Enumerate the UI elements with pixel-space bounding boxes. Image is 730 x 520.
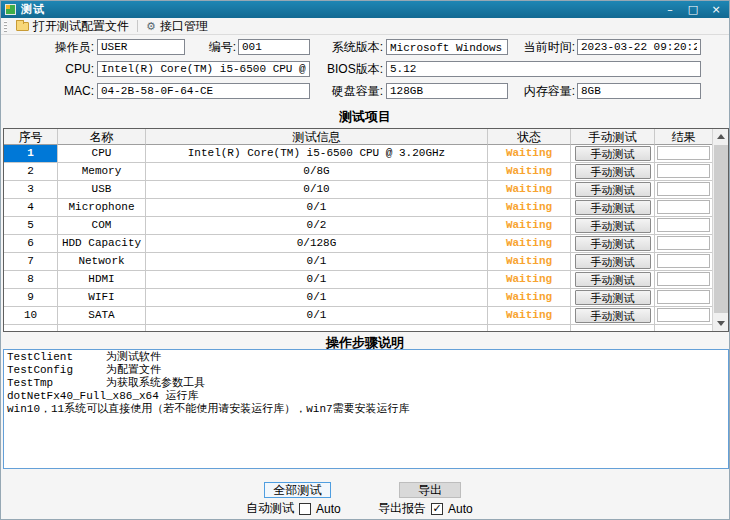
result-cell [655,163,712,181]
manual-test-button[interactable]: 手动测试 [575,236,651,251]
check-icon: ✓ [432,503,441,514]
table-row[interactable]: 10 SATA 0/1 Waiting 手动测试 [4,307,713,325]
maximize-icon[interactable]: □ [686,3,700,16]
table-header-row: 序号 名称 测试信息 状态 手动测试 结果 [4,129,713,145]
table-row[interactable]: 8 HDMI 0/1 Waiting 手动测试 [4,271,713,289]
app-icon [5,4,16,15]
header-info: 测试信息 [146,129,488,145]
table-row[interactable]: 1 CPU Intel(R) Core(TM) i5-6500 CPU @ 3.… [4,145,713,163]
toolbar: 打开测试配置文件 ⚙ 接口管理 [1,18,729,35]
row-no-cell: 1 [4,145,58,163]
ram-field[interactable] [577,83,701,99]
number-field[interactable] [238,39,310,55]
scroll-down-icon[interactable] [713,316,729,331]
manual-test-button[interactable]: 手动测试 [575,200,651,215]
steps-line: win10，11系统可以直接使用（若不能使用请安装运行库），win7需要安装运行… [7,403,725,416]
result-cell [655,199,712,217]
header-status: 状态 [488,129,571,145]
manual-test-button[interactable]: 手动测试 [575,164,651,179]
test-items-title: 测试项目 [1,108,729,126]
close-icon[interactable]: × [709,3,723,16]
manual-test-button[interactable]: 手动测试 [575,182,651,197]
status-cell: Waiting [488,307,571,325]
toolbar-grip [4,21,7,32]
result-cell [655,217,712,235]
os-version-label: 系统版本: [319,40,383,55]
open-config-button[interactable]: 打开测试配置文件 [11,19,134,34]
result-cell [655,271,712,289]
table-row[interactable]: 5 COM 0/2 Waiting 手动测试 [4,217,713,235]
header-manual: 手动测试 [571,129,655,145]
table-row[interactable]: 3 USB 0/10 Waiting 手动测试 [4,181,713,199]
status-cell: Waiting [488,199,571,217]
window-title: 测试 [21,2,45,17]
interface-mgmt-label: 接口管理 [160,18,208,35]
status-cell: Waiting [488,145,571,163]
result-cell [655,181,712,199]
mac-label: MAC: [21,84,94,99]
auto-test-option-label: Auto [316,502,341,516]
manual-test-button[interactable]: 手动测试 [575,308,651,323]
steps-line: dotNetFx40_Full_x86_x64 运行库 [7,390,725,403]
mac-field[interactable] [97,83,310,99]
status-cell: Waiting [488,271,571,289]
table-row[interactable]: 7 Network 0/1 Waiting 手动测试 [4,253,713,271]
os-version-field[interactable] [386,39,508,55]
manual-test-button[interactable]: 手动测试 [575,290,651,305]
titlebar: 测试 – □ × [1,1,729,18]
current-time-field[interactable] [577,39,701,55]
manual-test-button[interactable]: 手动测试 [575,254,651,269]
minimize-icon[interactable]: – [663,3,677,16]
export-button[interactable]: 导出 [399,482,461,498]
header-result: 结果 [655,129,712,145]
result-cell [655,307,712,325]
operator-label: 操作员: [21,40,94,55]
table-row [4,325,713,332]
result-cell [655,145,712,163]
table-scrollbar[interactable] [712,129,728,331]
bios-field[interactable] [386,61,701,77]
result-cell [655,235,712,253]
manual-test-button[interactable]: 手动测试 [575,218,651,233]
table-row[interactable]: 2 Memory 0/8G Waiting 手动测试 [4,163,713,181]
cpu-field[interactable] [97,61,310,77]
header-name: 名称 [58,129,146,145]
current-time-label: 当前时间: [513,40,575,55]
gear-icon: ⚙ [146,21,156,32]
status-cell: Waiting [488,217,571,235]
test-items-table: 序号 名称 测试信息 状态 手动测试 结果 1 CPU Intel(R) Cor… [3,128,729,332]
export-report-label: 导出报告 [378,500,426,517]
steps-line: TestConfig 为配置文件 [7,364,725,377]
hdd-label: 硬盘容量: [319,84,383,99]
status-cell: Waiting [488,163,571,181]
steps-line: TestClient 为测试软件 [7,351,725,364]
test-all-button[interactable]: 全部测试 [264,482,331,498]
status-cell: Waiting [488,181,571,199]
app-window: 测试 – □ × 打开测试配置文件 ⚙ 接口管理 操作员: 编号: 系统版本: … [0,0,730,520]
bios-label: BIOS版本: [319,62,383,77]
interface-mgmt-button[interactable]: ⚙ 接口管理 [141,19,213,34]
status-cell: Waiting [488,235,571,253]
manual-test-button[interactable]: 手动测试 [575,272,651,287]
auto-test-label: 自动测试 [246,500,294,517]
number-label: 编号: [199,40,236,55]
toolbar-separator [137,20,138,32]
export-report-option-label: Auto [448,502,473,516]
table-row[interactable]: 9 WIFI 0/1 Waiting 手动测试 [4,289,713,307]
open-config-label: 打开测试配置文件 [33,18,129,35]
operator-field[interactable] [97,39,185,55]
header-no: 序号 [4,129,58,145]
steps-line: TestTmp 为获取系统参数工具 [7,377,725,390]
table-row[interactable]: 4 Microphone 0/1 Waiting 手动测试 [4,199,713,217]
steps-textbox[interactable]: TestClient 为测试软件 TestConfig 为配置文件 TestTm… [3,349,729,469]
manual-test-button[interactable]: 手动测试 [575,146,651,161]
scrollbar-thumb[interactable] [714,145,728,313]
table-row[interactable]: 6 HDD Capacity 0/128G Waiting 手动测试 [4,235,713,253]
ram-label: 内存容量: [513,84,575,99]
status-cell: Waiting [488,289,571,307]
result-cell [655,289,712,307]
export-report-checkbox[interactable]: ✓ [431,503,443,515]
auto-test-checkbox[interactable] [299,503,311,515]
hdd-field[interactable] [386,83,508,99]
scroll-up-icon[interactable] [713,129,729,144]
